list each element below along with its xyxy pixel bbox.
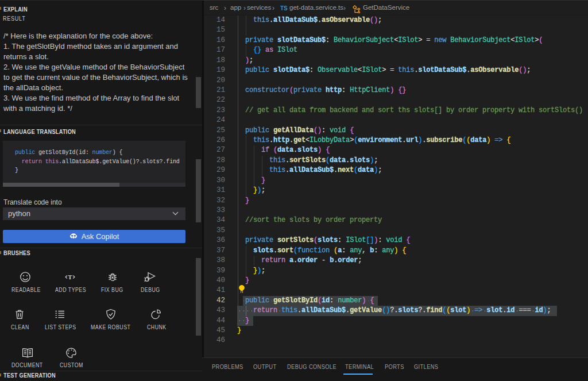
svg-text:T: T bbox=[68, 273, 72, 280]
